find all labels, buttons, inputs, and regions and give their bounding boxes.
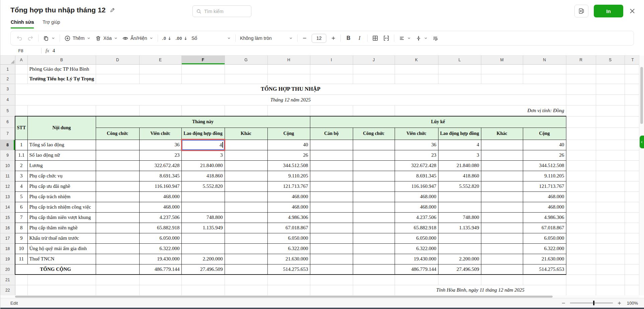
cell-J8[interactable] bbox=[353, 140, 395, 150]
cell-D8[interactable] bbox=[96, 140, 139, 150]
cell-K11[interactable]: 8.691.345 bbox=[395, 171, 438, 181]
vertical-scrollbar-thumb[interactable] bbox=[640, 67, 643, 124]
cell-F16[interactable]: 1.135.949 bbox=[181, 223, 225, 233]
col-header-S[interactable]: S bbox=[596, 56, 625, 64]
cell-T9[interactable] bbox=[625, 150, 639, 160]
cell-R14[interactable] bbox=[566, 202, 596, 212]
cell-J11[interactable] bbox=[353, 171, 395, 181]
cell-I2[interactable] bbox=[310, 74, 353, 84]
cell-E16[interactable]: 65.882.918 bbox=[139, 223, 181, 233]
search-box[interactable] bbox=[192, 5, 251, 17]
row-header-1[interactable]: 1 bbox=[0, 64, 15, 74]
merge-cells-button[interactable] bbox=[383, 35, 390, 42]
cell-M20[interactable] bbox=[481, 264, 523, 275]
row-header-9[interactable]: 9 bbox=[0, 150, 15, 160]
cell-K7[interactable]: Viên chức bbox=[395, 128, 438, 140]
cell-N2[interactable] bbox=[523, 74, 566, 84]
cell-I18[interactable] bbox=[310, 243, 353, 254]
horizontal-scrollbar[interactable] bbox=[0, 295, 639, 298]
cell-S4[interactable] bbox=[596, 94, 625, 105]
cell-J14[interactable] bbox=[353, 202, 395, 212]
cell-A5[interactable] bbox=[15, 105, 27, 116]
cell-B22[interactable] bbox=[27, 285, 96, 295]
cell-S5[interactable] bbox=[596, 105, 625, 116]
cell-H7[interactable]: Cộng bbox=[267, 128, 310, 140]
cell-H19[interactable]: 21.630.000 bbox=[267, 254, 310, 264]
cell-K18[interactable]: 6.322.000 bbox=[395, 243, 438, 254]
cell-M11[interactable] bbox=[481, 171, 523, 181]
cell-G5[interactable] bbox=[225, 105, 267, 116]
cell-F19[interactable]: 2.200.000 bbox=[181, 254, 225, 264]
cell-R20[interactable] bbox=[566, 264, 596, 275]
cell-R19[interactable] bbox=[566, 254, 596, 264]
cell-B12[interactable]: Phụ cấp ưu đãi nghề bbox=[27, 181, 96, 191]
cell-J5[interactable] bbox=[353, 105, 395, 116]
cell-L20[interactable]: 27.496.509 bbox=[438, 264, 481, 275]
cell-J16[interactable] bbox=[353, 223, 395, 233]
cell-R13[interactable] bbox=[566, 191, 596, 202]
decrease-decimal-button[interactable]: .0 bbox=[162, 36, 171, 41]
undo-button[interactable] bbox=[16, 35, 23, 42]
cell-G21[interactable] bbox=[225, 275, 267, 285]
cell-J17[interactable] bbox=[353, 233, 395, 243]
borders-button[interactable] bbox=[372, 35, 379, 42]
cell-H2[interactable] bbox=[267, 74, 310, 84]
cell-B9[interactable]: Số lao động nữ bbox=[27, 150, 96, 160]
cell-B16[interactable]: Phụ cấp thâm niên nghề bbox=[27, 223, 96, 233]
cell-T3[interactable] bbox=[625, 84, 639, 94]
cell-J15[interactable] bbox=[353, 212, 395, 223]
cell-I9[interactable] bbox=[310, 150, 353, 160]
col-header-K[interactable]: K bbox=[395, 56, 438, 64]
cell-G1[interactable] bbox=[225, 64, 267, 74]
cell-I20[interactable] bbox=[310, 264, 353, 275]
cell-N21[interactable] bbox=[523, 275, 566, 285]
cell-D2[interactable] bbox=[96, 74, 139, 84]
cell-I8[interactable] bbox=[310, 140, 353, 150]
cell-S11[interactable] bbox=[596, 171, 625, 181]
cell-R22[interactable] bbox=[566, 285, 596, 295]
cell-G22[interactable] bbox=[225, 285, 267, 295]
chevron-down-icon[interactable] bbox=[149, 36, 153, 40]
cell-G11[interactable] bbox=[225, 171, 267, 181]
cell-J7[interactable]: Công chức bbox=[353, 128, 395, 140]
cell-H17[interactable]: 6.050.000 bbox=[267, 233, 310, 243]
cell-E17[interactable]: 6.050.000 bbox=[139, 233, 181, 243]
cell-K19[interactable]: 19.430.000 bbox=[395, 254, 438, 264]
cell-S8[interactable] bbox=[596, 140, 625, 150]
cell-I6[interactable]: Lũy kế bbox=[310, 116, 566, 128]
cell-A13[interactable]: 5 bbox=[15, 191, 27, 202]
cell-S1[interactable] bbox=[596, 64, 625, 74]
cell-M13[interactable] bbox=[481, 191, 523, 202]
row-header-6[interactable]: 6 bbox=[0, 116, 15, 128]
cell-R15[interactable] bbox=[566, 212, 596, 223]
row-header-5[interactable]: 5 bbox=[0, 105, 15, 116]
cell-B5[interactable] bbox=[27, 105, 96, 116]
cell-T18[interactable] bbox=[625, 243, 639, 254]
cell-N14[interactable]: 468.000 bbox=[523, 202, 566, 212]
row-header-16[interactable]: 16 bbox=[0, 223, 15, 233]
number-format-dropdown[interactable]: Số bbox=[191, 35, 231, 41]
cell-E15[interactable]: 4.237.506 bbox=[139, 212, 181, 223]
cell-R12[interactable] bbox=[566, 181, 596, 191]
cell-F15[interactable]: 748.800 bbox=[181, 212, 225, 223]
cell-L19[interactable]: 2.200.000 bbox=[438, 254, 481, 264]
tab-edit[interactable]: Chỉnh sửa bbox=[11, 19, 34, 28]
cell-F14[interactable] bbox=[181, 202, 225, 212]
cell-H20[interactable]: 514.275.653 bbox=[267, 264, 310, 275]
cell-N11[interactable]: 9.110.205 bbox=[523, 171, 566, 181]
cell-B21[interactable] bbox=[27, 275, 96, 285]
cell-A22[interactable] bbox=[15, 285, 27, 295]
cell-R16[interactable] bbox=[566, 223, 596, 233]
cell-E2[interactable] bbox=[139, 74, 181, 84]
cell-A1[interactable] bbox=[15, 64, 27, 74]
cell-N7[interactable]: Cộng bbox=[523, 128, 566, 140]
cell-I10[interactable] bbox=[310, 160, 353, 171]
cell-K14[interactable]: 468.000 bbox=[395, 202, 438, 212]
chevron-down-icon[interactable] bbox=[87, 36, 91, 40]
cell-D21[interactable] bbox=[96, 275, 139, 285]
cell-T7[interactable] bbox=[625, 128, 639, 140]
cell-E1[interactable] bbox=[139, 64, 181, 74]
cell-H18[interactable]: 6.322.000 bbox=[267, 243, 310, 254]
cell-A14[interactable]: 6 bbox=[15, 202, 27, 212]
cell-D10[interactable] bbox=[96, 160, 139, 171]
